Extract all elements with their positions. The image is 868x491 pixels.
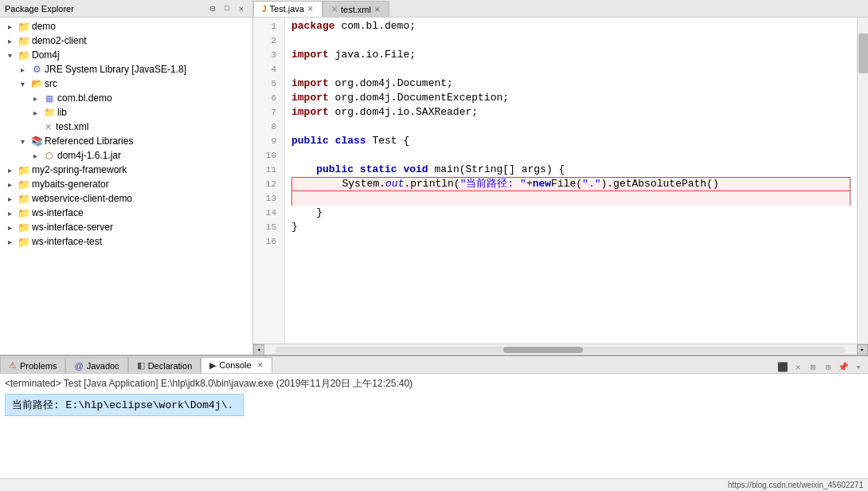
tree-item-ws-test[interactable]: 📁 ws-interface-test [0, 234, 252, 249]
close-tab-icon2[interactable]: ✕ [374, 6, 381, 14]
javadoc-icon: @ [74, 361, 83, 371]
project-icon: 📁 [18, 178, 30, 191]
declaration-icon: ◧ [137, 360, 145, 371]
scroll-thumb[interactable] [503, 347, 583, 353]
expand-icon[interactable] [3, 192, 16, 205]
tab-test-java[interactable]: J Test.java ✕ [253, 1, 323, 17]
bottom-panel: ⚠ Problems @ Javadoc ◧ Declaration ▶ Con… [0, 355, 868, 478]
tab-test-xml[interactable]: ✕ test.xml ✕ [323, 1, 389, 17]
tree-item-src[interactable]: 📂 src [0, 77, 252, 91]
tree-item-webservice[interactable]: 📁 webservice-client-demo [0, 191, 252, 206]
code-line-5: import org.dom4j.Document; [291, 77, 850, 91]
expand-icon[interactable] [29, 149, 41, 162]
console-output: 当前路径: E:\hlp\eclipse\work\Dom4j\. [5, 394, 244, 416]
code-line-2 [291, 33, 850, 48]
editor-tabs: J Test.java ✕ ✕ test.xml ✕ [253, 0, 868, 18]
close-panel-icon[interactable]: ✕ [235, 2, 248, 15]
expand-icon[interactable] [3, 235, 16, 248]
tree-item-lib[interactable]: 📁 lib [0, 105, 252, 120]
status-bar: https://blog.csdn.net/weixin_45602271 [0, 478, 868, 491]
tree-item-mybaits[interactable]: 📁 mybaits-generator [0, 177, 252, 191]
tab-console[interactable]: ▶ Console ✕ [201, 357, 272, 373]
close-console-icon[interactable]: ✕ [257, 361, 264, 369]
project-icon: 📁 [18, 163, 30, 176]
tree-item-test-xml[interactable]: ✕ test.xml [0, 120, 252, 134]
expand-icon[interactable] [3, 206, 16, 219]
maximize-icon[interactable]: □ [221, 2, 233, 15]
console-area: <terminated> Test [Java Application] E:\… [0, 374, 868, 478]
vertical-scrollbar[interactable] [857, 18, 868, 344]
main-layout: Package Explorer ⊟ □ ✕ 📁 demo 📁 demo2-cl… [0, 0, 868, 355]
tree-item-dom4j-jar[interactable]: ⬡ dom4j-1.6.1.jar [0, 148, 252, 163]
tree-item-demo[interactable]: 📁 demo [0, 19, 252, 33]
url-status: https://blog.csdn.net/weixin_45602271 [728, 481, 863, 489]
code-editor[interactable]: package com.bl.demo; import java.io.File… [285, 18, 857, 344]
panel-icons: ⊟ □ ✕ [206, 2, 248, 15]
tab-problems-label: Problems [20, 361, 57, 371]
new-console-icon[interactable]: ⊞ [822, 360, 835, 373]
pin-console-icon[interactable]: 📌 [837, 360, 850, 373]
scroll-left-btn[interactable]: ◂ [253, 344, 264, 355]
jar-icon: ⬡ [43, 149, 56, 162]
scroll-right-btn[interactable]: ▸ [857, 344, 868, 355]
expand-icon[interactable] [16, 63, 29, 76]
tree-item-reflibs[interactable]: 📚 Referenced Libraries [0, 134, 252, 148]
tree-item-com-bl-demo[interactable]: ▦ com.bl.demo [0, 91, 252, 105]
stop-icon[interactable]: ⬛ [776, 360, 789, 373]
expand-icon[interactable] [3, 49, 16, 61]
expand-icon[interactable] [16, 135, 29, 147]
code-line-6: import org.dom4j.DocumentException; [291, 91, 850, 105]
reflibs-icon: 📚 [30, 135, 43, 147]
minimize-icon[interactable]: ⊟ [206, 2, 219, 15]
code-area: 1 2 3 4 5 6 7 8 9 10 11 12 13 14 15 16 p… [253, 18, 868, 344]
horizontal-scrollbar[interactable]: ◂ ▸ [253, 344, 868, 355]
expand-icon[interactable] [3, 221, 16, 234]
right-panel: J Test.java ✕ ✕ test.xml ✕ 1 2 3 4 5 6 7… [253, 0, 868, 355]
expand-icon[interactable] [29, 106, 41, 119]
expand-icon[interactable] [29, 92, 41, 104]
bottom-tab-row: ⚠ Problems @ Javadoc ◧ Declaration ▶ Con… [0, 357, 868, 373]
tab-label-test-java: Test.java [270, 4, 304, 14]
tree-item-my2-spring[interactable]: 📁 my2-spring-framework [0, 163, 252, 177]
project-icon: 📁 [18, 206, 30, 219]
tree-item-dom4j[interactable]: 📁 Dom4j [0, 48, 252, 62]
tree-item-ws-server[interactable]: 📁 ws-interface-server [0, 220, 252, 234]
close-tab-icon[interactable]: ✕ [307, 5, 314, 13]
tree-item-demo2-client[interactable]: 📁 demo2-client [0, 33, 252, 48]
bottom-tabs: ⚠ Problems @ Javadoc ◧ Declaration ▶ Con… [0, 356, 868, 374]
tab-declaration[interactable]: ◧ Declaration [128, 357, 201, 373]
code-line-14: } [291, 206, 850, 220]
xml-tab-icon: ✕ [331, 5, 338, 14]
scroll-lock-icon[interactable]: ⊠ [807, 360, 819, 373]
java-tab-icon: J [262, 5, 267, 14]
expand-icon[interactable] [3, 178, 16, 191]
project-icon: 📁 [18, 221, 30, 234]
expand-icon[interactable] [3, 34, 16, 47]
xml-file-icon: ✕ [41, 120, 54, 133]
tab-javadoc-label: Javadoc [87, 361, 119, 371]
code-line-8 [291, 120, 850, 134]
project-icon: 📁 [18, 49, 30, 61]
code-line-3: import java.io.File; [291, 48, 850, 62]
tab-label-test-xml: test.xml [341, 5, 371, 14]
tab-javadoc[interactable]: @ Javadoc [65, 357, 127, 373]
tree-content: 📁 demo 📁 demo2-client 📁 Dom4j ⚙ [0, 18, 252, 355]
code-line-10 [291, 148, 850, 163]
code-line-12: System.out.println("当前路径: "+new File("."… [291, 177, 850, 191]
project-icon: 📁 [18, 192, 30, 205]
expand-icon[interactable] [3, 20, 16, 33]
clear-console-icon[interactable]: ✕ [792, 360, 804, 373]
code-line-1: package com.bl.demo; [291, 19, 850, 33]
jre-icon: ⚙ [30, 63, 43, 76]
tree-item-ws-interface[interactable]: 📁 ws-interface [0, 206, 252, 220]
tree-item-jre[interactable]: ⚙ JRE System Library [JavaSE-1.8] [0, 62, 252, 77]
code-line-16 [291, 234, 850, 249]
code-line-9: public class Test { [291, 134, 850, 148]
code-line-11: public static void main(String[] args) { [291, 163, 850, 177]
view-menu-icon[interactable]: ▾ [852, 360, 865, 373]
tab-problems[interactable]: ⚠ Problems [0, 357, 65, 373]
console-icon: ▶ [209, 360, 216, 371]
expand-icon[interactable] [3, 163, 16, 176]
folder-icon: 📁 [43, 106, 56, 119]
expand-icon[interactable] [16, 77, 29, 90]
